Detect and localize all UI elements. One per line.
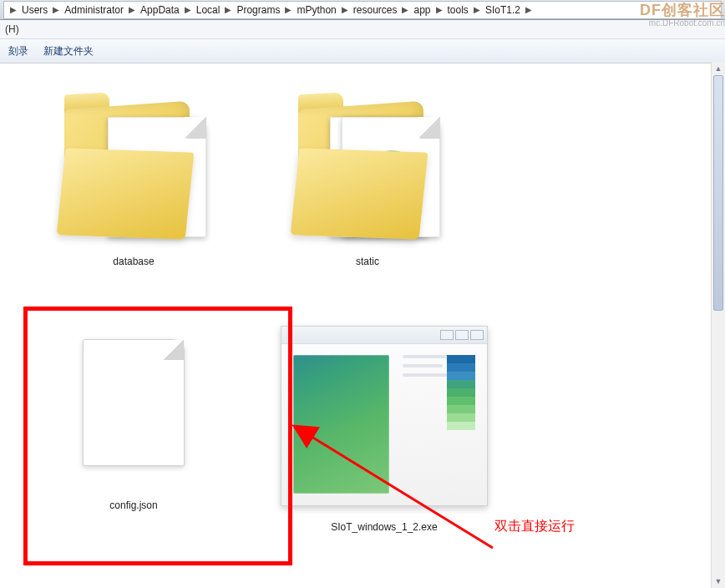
item-label: config.json (109, 499, 157, 511)
item-label: database (113, 256, 154, 267)
crumb-9[interactable]: SIoT1.2 (483, 4, 523, 16)
toolbar-burn[interactable]: 刻录 (8, 44, 28, 58)
chevron-right-icon: ▶ (285, 5, 292, 14)
crumb-7[interactable]: app (411, 4, 433, 16)
window-max-icon (455, 330, 469, 340)
item-database[interactable]: database (17, 72, 251, 306)
crumb-2[interactable]: AppData (138, 4, 182, 16)
item-label: SIoT_windows_1_2.exe (331, 521, 437, 533)
crumb-0[interactable]: Users (19, 4, 50, 16)
chevron-right-icon: ▶ (342, 5, 348, 14)
crumb-1[interactable]: Administrator (62, 4, 126, 16)
breadcrumb[interactable]: ▶ Users ▶ Administrator ▶ AppData ▶ Loca… (3, 1, 722, 19)
crumb-3[interactable]: Local (194, 4, 223, 16)
crumb-5[interactable]: mPython (294, 4, 338, 16)
toolbar-new-folder[interactable]: 新建文件夹 (43, 44, 94, 58)
chevron-right-icon: ▶ (436, 5, 443, 14)
crumb-8[interactable]: tools (445, 4, 471, 16)
chevron-right-icon: ▶ (525, 5, 532, 14)
scroll-thumb[interactable] (713, 75, 723, 311)
file-icon (83, 339, 185, 466)
scroll-up-icon[interactable]: ▲ (712, 62, 725, 75)
chevron-right-icon: ▶ (10, 5, 17, 14)
vertical-scrollbar[interactable]: ▲ ▼ (711, 62, 725, 588)
item-label: static (356, 256, 379, 267)
item-static[interactable]: static (251, 72, 484, 306)
menu-bar: (H) (0, 20, 725, 39)
chevron-right-icon: ▶ (474, 5, 480, 14)
folder-icon (54, 80, 213, 247)
toolbar: 刻录 新建文件夹 (0, 39, 725, 63)
chevron-right-icon: ▶ (225, 5, 231, 14)
window-close-icon (470, 330, 484, 340)
folder-icon (288, 80, 447, 247)
item-config-json[interactable]: config.json (17, 306, 251, 540)
exe-titlebar (281, 327, 487, 344)
crumb-4[interactable]: Programs (234, 4, 282, 16)
scroll-down-icon[interactable]: ▼ (712, 575, 725, 588)
item-siot-exe[interactable]: SIoT_windows_1_2.exe (251, 306, 518, 576)
chevron-right-icon: ▶ (129, 5, 135, 14)
menu-help[interactable]: (H) (5, 23, 19, 35)
window-min-icon (440, 330, 454, 340)
chevron-right-icon: ▶ (53, 5, 59, 14)
chevron-right-icon: ▶ (402, 5, 408, 14)
crumb-6[interactable]: resources (351, 4, 400, 16)
items-grid: database static config.json (0, 63, 725, 585)
annotation-text: 双击直接运行 (494, 518, 575, 535)
address-bar: ▶ Users ▶ Administrator ▶ AppData ▶ Loca… (0, 0, 725, 20)
file-list-area: database static config.json (0, 63, 725, 588)
chevron-right-icon: ▶ (185, 5, 191, 14)
exe-icon (281, 326, 488, 506)
